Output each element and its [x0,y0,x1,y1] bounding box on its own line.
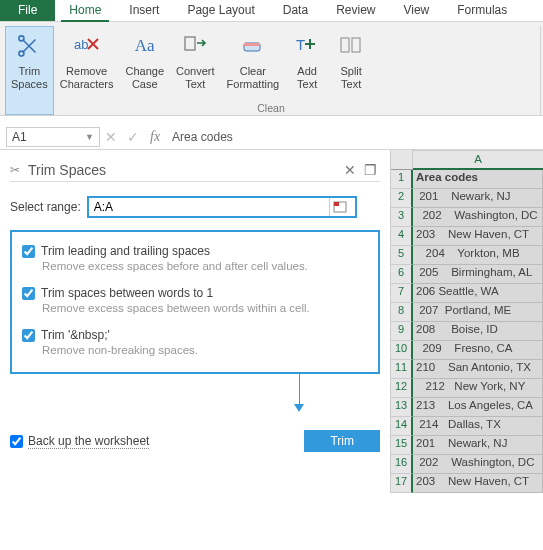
row-header[interactable]: 15 [391,436,413,455]
cell[interactable]: 208 Boise, ID [413,322,543,341]
opt2-title: Trim spaces between words to 1 [41,286,213,300]
row-header[interactable]: 5 [391,246,413,265]
trim-leading-trailing-checkbox[interactable] [22,245,35,258]
formula-input[interactable]: Area codes [166,128,543,146]
pane-title: Trim Spaces [24,162,340,178]
backup-checkbox-wrap[interactable]: Back up the worksheet [10,434,149,449]
row-header[interactable]: 8 [391,303,413,322]
task-pane: ✂ Trim Spaces ✕ ❐ Select range: Trim lea… [0,150,390,493]
svg-rect-7 [341,38,349,52]
scissors-icon [13,30,45,62]
row-header[interactable]: 17 [391,474,413,493]
cell[interactable]: 204 Yorkton, MB [413,246,543,265]
cell[interactable]: 202 Washington, DC [413,208,543,227]
trim-between-words-checkbox[interactable] [22,287,35,300]
cell[interactable]: 201 Newark, NJ [413,436,543,455]
row-header[interactable]: 12 [391,379,413,398]
cell[interactable]: 209 Fresno, CA [413,341,543,360]
row-header[interactable]: 6 [391,265,413,284]
row-header[interactable]: 11 [391,360,413,379]
row-header[interactable]: 1 [391,170,413,189]
backup-checkbox[interactable] [10,435,23,448]
convert-text-icon [179,30,211,62]
table-row: 15201 Newark, NJ [391,436,543,455]
restore-pane-button[interactable]: ❐ [360,162,380,178]
table-row: 2 201 Newark, NJ [391,189,543,208]
table-row: 17203 New Haven, CT [391,474,543,493]
tab-insert[interactable]: Insert [115,0,173,21]
row-header[interactable]: 7 [391,284,413,303]
formula-bar: A1▼ ✕ ✓ fx Area codes [0,124,543,150]
btn-label: Convert Text [176,65,215,90]
svg-text:T: T [296,36,305,53]
cell[interactable]: 210 San Antonio, TX [413,360,543,379]
tab-formulas[interactable]: Formulas [443,0,521,21]
range-picker-button[interactable] [329,198,351,216]
table-row: 14 214 Dallas, TX [391,417,543,436]
close-pane-button[interactable]: ✕ [340,162,360,178]
cell[interactable]: 201 Newark, NJ [413,189,543,208]
ribbon-tabs: File Home Insert Page Layout Data Review… [0,0,543,22]
remove-chars-icon: ab [71,30,103,62]
row-header[interactable]: 14 [391,417,413,436]
options-box: Trim leading and trailing spaces Remove … [10,230,380,374]
row-header[interactable]: 4 [391,227,413,246]
svg-rect-5 [244,43,260,46]
tab-page-layout[interactable]: Page Layout [173,0,268,21]
cell[interactable]: Area codes [413,170,543,189]
svg-point-0 [19,36,24,41]
row-header[interactable]: 10 [391,341,413,360]
btn-label: Remove Characters [60,65,114,90]
opt3-desc: Remove non-breaking spaces. [42,344,368,356]
tab-review[interactable]: Review [322,0,389,21]
svg-rect-10 [334,202,339,206]
change-case-icon: Aa [129,30,161,62]
table-row: 11210 San Antonio, TX [391,360,543,379]
fx-icon[interactable]: fx [144,129,166,145]
table-row: 10 209 Fresno, CA [391,341,543,360]
cell[interactable]: 205 Birmingham, AL [413,265,543,284]
trim-button[interactable]: Trim [304,430,380,452]
cell[interactable]: 207 Portland, ME [413,303,543,322]
accept-fx-button[interactable]: ✓ [122,129,144,145]
row-header[interactable]: 3 [391,208,413,227]
tab-data[interactable]: Data [269,0,322,21]
cancel-fx-button[interactable]: ✕ [100,129,122,145]
scissors-icon: ✂ [10,163,24,177]
opt2-desc: Remove excess spaces between words withi… [42,302,368,314]
name-box[interactable]: A1▼ [6,127,100,147]
tab-view[interactable]: View [389,0,443,21]
row-header[interactable]: 2 [391,189,413,208]
arrow-annotation [10,384,380,430]
cell[interactable]: 212 New York, NY [413,379,543,398]
opt1-title: Trim leading and trailing spaces [41,244,210,258]
row-header[interactable]: 13 [391,398,413,417]
cell[interactable]: 203 New Haven, CT [413,227,543,246]
cell[interactable]: 214 Dallas, TX [413,417,543,436]
cell[interactable]: 206 Seattle, WA [413,284,543,303]
eraser-icon [237,30,269,62]
tab-home[interactable]: Home [55,0,115,21]
btn-label: Add Text [297,65,317,90]
tab-file[interactable]: File [0,0,55,21]
table-row: 1Area codes [391,170,543,189]
select-all-cell[interactable] [391,150,413,170]
cell[interactable]: 213 Los Angeles, CA [413,398,543,417]
table-row: 8 207 Portland, ME [391,303,543,322]
cell[interactable]: 203 New Haven, CT [413,474,543,493]
cell[interactable]: 202 Washington, DC [413,455,543,474]
column-header-a[interactable]: A [413,150,543,170]
opt1-desc: Remove excess spaces before and after ce… [42,260,368,272]
chevron-down-icon: ▼ [85,132,94,142]
row-header[interactable]: 16 [391,455,413,474]
trim-nbsp-checkbox[interactable] [22,329,35,342]
svg-rect-3 [185,37,195,50]
range-input[interactable] [89,198,329,216]
table-row: 7206 Seattle, WA [391,284,543,303]
table-row: 4203 New Haven, CT [391,227,543,246]
row-header[interactable]: 9 [391,322,413,341]
ribbon-group-label: Clean [2,102,540,114]
spreadsheet: A 1Area codes2 201 Newark, NJ3 202 Washi… [390,150,543,493]
table-row: 5 204 Yorkton, MB [391,246,543,265]
svg-text:ab: ab [74,37,88,52]
